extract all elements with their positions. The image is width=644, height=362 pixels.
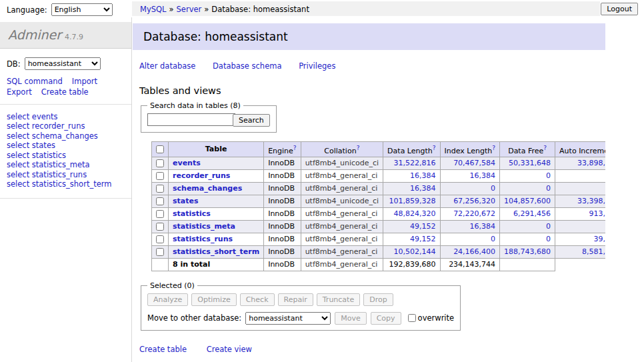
table-name-link[interactable]: statistics — [173, 209, 211, 218]
sidebar-item-select-states[interactable]: select states — [7, 141, 125, 151]
row-checkbox[interactable] — [156, 223, 164, 231]
check-button[interactable]: Check — [240, 293, 275, 306]
data-length-link[interactable]: 48,824,320 — [394, 209, 436, 218]
table-name-link[interactable]: statistics_runs — [173, 235, 233, 243]
data-length-link[interactable]: 101,859,328 — [389, 197, 436, 205]
row-checkbox[interactable] — [156, 185, 164, 193]
table-name-link[interactable]: states — [173, 197, 199, 205]
sidebar-link-import[interactable]: Import — [72, 77, 97, 86]
breadcrumb-link-server[interactable]: Server — [177, 5, 202, 14]
data-free-help-link[interactable]: ? — [543, 145, 547, 151]
data-free-link[interactable]: 6,291,456 — [513, 209, 551, 218]
engine-cell: InnoDB — [264, 182, 301, 195]
sidebar-item-select-schema-changes[interactable]: select schema_changes — [7, 131, 125, 141]
sidebar-item-select-statistics-runs[interactable]: select statistics_runs — [7, 170, 125, 180]
data-length-link[interactable]: 49,152 — [410, 235, 436, 243]
main-area: Database: homeassistant Alter database D… — [133, 17, 605, 362]
row-checkbox[interactable] — [156, 197, 164, 205]
row-checkbox[interactable] — [156, 159, 164, 167]
search-input[interactable] — [147, 113, 235, 126]
sidebar-link-create-table[interactable]: Create table — [41, 87, 89, 97]
data-length-link[interactable]: 49,152 — [410, 222, 436, 231]
data-length-cell: 49,152 — [383, 220, 440, 233]
sidebar-link-export[interactable]: Export — [7, 87, 32, 97]
sidebar-link-sql-command[interactable]: SQL command — [7, 77, 63, 86]
index-length-link[interactable]: 16,384 — [470, 222, 496, 231]
data-length-help-link[interactable]: ? — [433, 145, 436, 151]
logout-button[interactable]: Logout — [601, 3, 638, 15]
sidebar-item-select-statistics-meta[interactable]: select statistics_meta — [7, 161, 125, 171]
privileges-link[interactable]: Privileges — [299, 61, 335, 71]
auto-increment-link[interactable]: 33,898,196 — [577, 159, 605, 167]
sidebar-item-select-statistics-short-term[interactable]: select statistics_short_term — [7, 180, 125, 190]
move-button[interactable]: Move — [335, 312, 367, 325]
row-checkbox[interactable] — [156, 172, 164, 180]
auto-increment-cell: 6 — [555, 182, 605, 195]
total-collation: utf8mb4_general_ci — [301, 258, 383, 271]
table-name-link[interactable]: statistics_meta — [173, 222, 235, 231]
data-free-link[interactable]: 0 — [546, 184, 551, 193]
create-links: Create table Create view — [139, 345, 604, 354]
index-length-help-link[interactable]: ? — [492, 145, 495, 151]
data-length-link[interactable]: 31,522,816 — [394, 159, 436, 167]
data-length-cell: 16,384 — [383, 169, 440, 182]
data-length-cell: 10,502,144 — [383, 245, 440, 258]
selected-buttons: Analyze Optimize Check Repair Truncate D… — [147, 293, 454, 306]
data-free-link[interactable]: 188,743,680 — [504, 247, 551, 256]
overwrite-checkbox[interactable] — [408, 314, 416, 322]
auto-increment-link[interactable]: 913,577 — [589, 209, 606, 218]
drop-button[interactable]: Drop — [363, 293, 393, 306]
alter-database-link[interactable]: Alter database — [139, 61, 195, 71]
index-length-link[interactable]: 72,220,672 — [453, 209, 495, 218]
index-length-link[interactable]: 70,467,584 — [453, 159, 495, 167]
data-free-link[interactable]: 0 — [546, 171, 551, 180]
auto-increment-link[interactable]: 39,999 — [594, 235, 606, 243]
data-length-link[interactable]: 16,384 — [410, 171, 436, 180]
index-length-link[interactable]: 67,256,320 — [453, 197, 495, 205]
data-length-link[interactable]: 16,384 — [410, 184, 436, 193]
data-free-link[interactable]: 0 — [546, 222, 551, 231]
collation-help-link[interactable]: ? — [357, 145, 360, 151]
database-action-links: Alter database Database schema Privilege… — [139, 61, 604, 71]
table-row: recorder_runs InnoDB utf8mb4_general_ci … — [152, 169, 606, 182]
database-schema-link[interactable]: Database schema — [213, 61, 281, 71]
data-free-link[interactable]: 50,331,648 — [509, 159, 551, 167]
create-table-link[interactable]: Create table — [139, 345, 187, 354]
data-free-link[interactable]: 104,857,600 — [504, 197, 551, 205]
index-length-link[interactable]: 0 — [491, 235, 495, 243]
truncate-button[interactable]: Truncate — [317, 293, 360, 306]
row-checkbox[interactable] — [156, 235, 164, 243]
search-button[interactable]: Search — [233, 114, 270, 127]
table-name-link[interactable]: events — [173, 159, 201, 167]
copy-button[interactable]: Copy — [371, 312, 401, 325]
sidebar-item-select-recorder-runs[interactable]: select recorder_runs — [7, 122, 125, 132]
sidebar-item-select-statistics[interactable]: select statistics — [7, 151, 125, 161]
analyze-button[interactable]: Analyze — [147, 293, 188, 306]
data-length-cell: 49,152 — [383, 233, 440, 245]
move-db-select[interactable]: homeassistant — [245, 312, 331, 325]
row-checkbox[interactable] — [156, 248, 164, 256]
repair-button[interactable]: Repair — [278, 293, 313, 306]
language-select[interactable]: English — [51, 3, 113, 16]
index-length-link[interactable]: 16,384 — [470, 171, 496, 180]
table-name-link[interactable]: statistics_short_term — [173, 247, 259, 256]
index-length-link[interactable]: 0 — [491, 184, 495, 193]
table-name-link[interactable]: schema_changes — [173, 184, 242, 193]
index-length-cell: 0 — [440, 233, 500, 245]
select-all-checkbox[interactable] — [156, 145, 164, 153]
breadcrumb-link-mysql[interactable]: MySQL — [140, 5, 167, 14]
auto-increment-link[interactable]: 8,581,645 — [582, 247, 605, 256]
data-length-link[interactable]: 10,502,144 — [394, 247, 436, 256]
engine-help-link[interactable]: ? — [293, 145, 297, 151]
sidebar-item-select-events[interactable]: select events — [7, 112, 125, 122]
optimize-button[interactable]: Optimize — [191, 293, 236, 306]
index-length-link[interactable]: 24,166,400 — [453, 247, 495, 256]
total-index-length: 234,143,744 — [440, 258, 500, 271]
create-view-link[interactable]: Create view — [207, 345, 252, 354]
table-name-link[interactable]: recorder_runs — [173, 171, 230, 180]
data-free-link[interactable]: 0 — [546, 235, 551, 243]
row-checkbox[interactable] — [156, 210, 164, 218]
engine-cell: InnoDB — [264, 169, 301, 182]
db-select[interactable]: homeassistant — [25, 57, 101, 70]
auto-increment-link[interactable]: 33,398,984 — [577, 197, 605, 205]
